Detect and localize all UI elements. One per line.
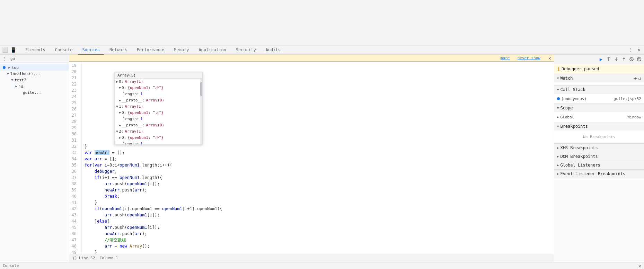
popup-arrow-5[interactable]: ▶ — [119, 135, 121, 141]
popup-item-proto-2[interactable]: ▶ __proto__: Array(0) — [115, 122, 202, 128]
pause-icon: ℹ — [558, 66, 559, 72]
popup-item-4[interactable]: ▼ 2: Array(1) — [115, 128, 202, 135]
popup-item-length-2: length: 1 — [115, 116, 202, 122]
notif-never-link[interactable]: never show — [518, 56, 540, 60]
tree-arrow-test7: ▼ — [10, 78, 15, 82]
notif-close-btn[interactable]: ✕ — [548, 55, 551, 61]
code-line-38: arr.push(openNum1[i]); — [85, 181, 554, 187]
tree-arrow-js: ▶ — [14, 84, 19, 89]
breakpoints-header[interactable]: ▼ Breakpoints — [554, 122, 644, 131]
event-arrow: ▶ — [557, 172, 559, 176]
tree-item-js[interactable]: ▶ js — [0, 83, 69, 89]
svg-point-5 — [637, 57, 641, 61]
popup-arrow-3[interactable]: ▼ — [119, 110, 121, 116]
popup-key-length-3: length: — [123, 141, 139, 145]
tree-item-localhost[interactable]: ▼ localhost:... — [0, 71, 69, 77]
popup-item-0[interactable]: ▶ 0: Array(1) — [115, 79, 202, 85]
global-listeners-header[interactable]: ▶ Global Listeners — [554, 161, 644, 169]
device-toggle-btn[interactable]: 📱 — [10, 46, 17, 53]
console-close-btn[interactable]: ✕ — [638, 263, 641, 269]
close-devtools-btn[interactable]: ✕ — [636, 46, 643, 53]
resume-btn[interactable]: ▶ — [598, 56, 605, 63]
debugger-status-text: Debugger paused — [562, 66, 599, 71]
call-stack-dot — [557, 97, 560, 100]
tree-item-test7[interactable]: ▼ test7 — [0, 77, 69, 83]
notif-more-link[interactable]: more — [501, 56, 510, 60]
popup-scrollbar[interactable] — [200, 79, 202, 145]
event-listener-breakpoints-section: ▶ Event Listener Breakpoints — [554, 170, 644, 178]
devtools-tab-console[interactable]: Console — [51, 45, 77, 55]
tree-item-guile[interactable]: ▶ guile... — [0, 89, 69, 96]
console-bar[interactable]: Console ✕ — [0, 262, 644, 269]
devtools-main-area: ⋮ gu ▶ top ▼ localhost:... ▼ — [0, 55, 644, 262]
no-breakpoints-text: No Breakpoints — [557, 132, 641, 142]
popup-item-length-3: length: 1 — [115, 141, 202, 145]
popup-arrow-proto-1[interactable]: ▶ — [119, 98, 121, 103]
console-label: Console — [3, 263, 19, 268]
call-stack-header[interactable]: ▼ Call Stack — [554, 86, 644, 94]
popup-val-3: {openNum1: "大"} — [127, 110, 164, 116]
step-out-btn[interactable] — [620, 56, 627, 63]
call-stack-row-0[interactable]: (anonymous) guile.jsp:52 — [557, 95, 641, 102]
popup-title: Array(5) — [115, 72, 202, 79]
popup-arrow-4[interactable]: ▼ — [116, 129, 118, 134]
dom-breakpoints-header[interactable]: ▶ DOM Breakpoints — [554, 152, 644, 161]
code-line-47: //清空数组 — [85, 237, 554, 243]
devtools-tab-memory[interactable]: Memory — [170, 45, 193, 55]
more-options-btn[interactable]: ⋮ — [627, 46, 634, 53]
watch-section-header[interactable]: ▼ Watch + ↺ — [554, 74, 644, 82]
popup-arrow-2[interactable]: ▼ — [116, 104, 118, 109]
popup-val-proto-2: Array(0) — [146, 123, 164, 128]
watch-refresh-btn[interactable]: ↺ — [638, 75, 641, 81]
sidebar-more-btn[interactable]: ⋮ — [1, 55, 8, 62]
popup-arrow-proto-2[interactable]: ▶ — [119, 123, 121, 128]
step-over-btn[interactable] — [605, 56, 612, 63]
inspect-element-btn[interactable]: ⬜ — [1, 46, 8, 53]
debugger-toolbar: ▶ — [554, 55, 644, 64]
popup-val-length-3: 1 — [140, 141, 143, 145]
tree-arrow-top: ▶ — [7, 65, 12, 70]
code-line-36: debugger; — [85, 168, 554, 174]
popup-val-4: Array(1) — [125, 129, 143, 134]
devtools-tab-audits[interactable]: Audits — [262, 45, 285, 55]
popup-val-proto-1: Array(0) — [146, 98, 164, 103]
devtools-tab-network[interactable]: Network — [105, 45, 131, 55]
event-listener-header[interactable]: ▶ Event Listener Breakpoints — [554, 170, 644, 178]
popup-val-length-1: 1 — [140, 91, 143, 97]
step-into-btn[interactable] — [613, 56, 620, 63]
devtools-tab-security[interactable]: Security — [232, 45, 260, 55]
popup-item-5[interactable]: ▶ 0: {openNum1: "小"} — [115, 135, 202, 141]
popup-key-0: 0: — [119, 79, 123, 84]
scope-header[interactable]: ▼ Scope — [554, 104, 644, 112]
popup-arrow-0[interactable]: ▶ — [116, 79, 118, 84]
scope-global-row[interactable]: ▶ Global Window — [557, 114, 641, 120]
tree-item-top[interactable]: ▶ top — [0, 64, 69, 71]
tree-label-top: top — [12, 65, 19, 70]
devtools-tab-elements[interactable]: Elements — [21, 45, 50, 55]
popup-item-proto-1[interactable]: ▶ __proto__: Array(0) — [115, 97, 202, 104]
xhr-breakpoints-header[interactable]: ▶ XHR Breakpoints — [554, 144, 644, 152]
popup-item-3[interactable]: ▼ 0: {openNum1: "大"} — [115, 110, 202, 116]
watch-add-btn[interactable]: + — [634, 75, 637, 82]
devtools-tab-performance[interactable]: Performance — [133, 45, 168, 55]
pause-on-exceptions-btn[interactable] — [636, 56, 643, 63]
sidebar-file-panel: ⋮ gu ▶ top ▼ localhost:... ▼ — [0, 55, 69, 262]
popup-item-2[interactable]: ▼ 1: Array(1) — [115, 104, 202, 110]
popup-val-0: Array(1) — [125, 79, 143, 84]
status-text: Line 52, Column 1 — [79, 256, 118, 260]
watch-label: Watch — [560, 76, 573, 81]
popup-item-1[interactable]: ▼ 0: {openNum1: "小"} — [115, 85, 202, 91]
deactivate-breakpoints-btn[interactable] — [628, 56, 635, 63]
xhr-label: XHR Breakpoints — [560, 145, 598, 150]
status-bar: {} Line 52, Column 1 — [69, 254, 554, 262]
popup-arrow-1[interactable]: ▼ — [119, 85, 121, 91]
popup-val-5: {openNum1: "小"} — [127, 135, 164, 141]
scope-global-name: Global — [560, 115, 574, 119]
devtools-tab-application[interactable]: Application — [194, 45, 230, 55]
popup-scrollbar-thumb[interactable] — [200, 82, 202, 96]
popup-val-length-2: 1 — [140, 116, 143, 122]
hover-popup: Array(5) ▶ 0: Array(1) ▼ 0: {openNum1: — [114, 72, 203, 145]
devtools-tab-sources[interactable]: Sources — [78, 45, 104, 55]
popup-key-proto-1: __proto__: — [122, 98, 144, 103]
code-line-46: newArr.push(arr); — [85, 231, 554, 237]
